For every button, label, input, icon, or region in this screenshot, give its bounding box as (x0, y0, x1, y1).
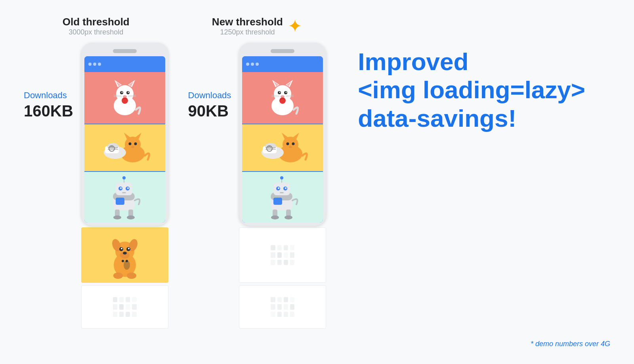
new-phone-body (239, 43, 326, 226)
svg-point-9 (128, 92, 129, 93)
new-downloads-label: Downloads (188, 90, 231, 101)
dot-1 (88, 63, 92, 66)
svg-rect-90 (273, 183, 290, 195)
cat-illustration (105, 76, 145, 120)
old-spinner (113, 297, 137, 317)
new-spinner-2 (271, 297, 294, 317)
yellow-dog-illustration (99, 231, 151, 279)
new-robot-image (242, 171, 323, 223)
new-dot-1 (246, 63, 249, 66)
old-dog-shoe-image (84, 124, 165, 171)
svg-rect-96 (273, 198, 282, 205)
dot-3 (98, 63, 101, 66)
new-threshold-block: New threshold 1250px threshold ✦ Downloa… (188, 16, 327, 329)
new-phone-header (242, 56, 323, 72)
new-threshold-subtitle: 1250px threshold (212, 28, 283, 36)
new-cat-image (242, 72, 323, 124)
svg-rect-31 (116, 183, 132, 195)
new-robot-illustration (257, 175, 308, 220)
old-phone-notch (113, 49, 137, 53)
old-phone-and-stats: Downloads 160KB (24, 43, 168, 329)
old-threshold-subtitle: 3000px threshold (63, 28, 130, 36)
old-below-fold (81, 227, 168, 329)
svg-point-43 (122, 176, 126, 179)
old-phone-body (81, 43, 168, 226)
improved-heading: Improved <img loading=lazy> data-savings… (358, 48, 610, 132)
svg-point-49 (123, 252, 127, 255)
new-phone-screen (242, 56, 323, 223)
new-loading-1 (239, 227, 326, 283)
old-downloads-size: 160KB (24, 102, 73, 120)
new-loading-2 (239, 285, 326, 329)
svg-rect-36 (122, 192, 126, 193)
new-download-info: Downloads 90KB (188, 43, 231, 120)
new-spinner-1 (271, 245, 294, 265)
svg-point-94 (285, 187, 286, 189)
new-threshold-title-area: New threshold 1250px threshold ✦ (212, 16, 302, 36)
svg-point-55 (127, 273, 136, 279)
svg-point-58 (124, 260, 130, 270)
new-header-dots (246, 63, 259, 66)
new-dot-3 (256, 63, 259, 66)
svg-rect-95 (280, 192, 284, 193)
dog-shoe-illustration (97, 128, 153, 168)
new-below-fold (239, 227, 326, 329)
svg-point-76 (283, 137, 298, 152)
new-phone-notch (271, 49, 294, 53)
svg-point-8 (121, 92, 122, 93)
dot-2 (93, 63, 96, 66)
svg-point-99 (271, 215, 279, 219)
svg-point-34 (120, 187, 122, 189)
new-threshold-title: New threshold (212, 16, 283, 28)
old-threshold-title-area: Old threshold 3000px threshold (63, 16, 130, 36)
svg-point-100 (285, 215, 292, 219)
svg-point-56 (122, 260, 124, 262)
svg-rect-37 (116, 198, 124, 205)
old-cat-image (84, 72, 165, 124)
svg-point-41 (127, 215, 135, 219)
svg-point-68 (286, 92, 287, 93)
old-download-info: Downloads 160KB (24, 43, 73, 120)
new-dog-shoe-image (242, 124, 323, 171)
svg-point-80 (292, 143, 295, 145)
old-header-dots (88, 63, 101, 66)
new-dot-2 (251, 63, 254, 66)
main-container: Old threshold 3000px threshold Downloads… (0, 0, 634, 364)
svg-point-52 (121, 248, 122, 250)
old-phone-frame (81, 43, 168, 329)
svg-point-102 (280, 176, 283, 179)
demo-note: * demo numbers over 4G (531, 340, 610, 348)
robot-illustration (99, 175, 151, 220)
new-phone-and-stats: Downloads 90KB (188, 43, 327, 329)
svg-point-81 (289, 146, 292, 148)
old-threshold-block: Old threshold 3000px threshold Downloads… (24, 16, 168, 329)
sparkle-icon: ✦ (288, 17, 302, 35)
old-phone-header (84, 56, 165, 72)
old-threshold-title: Old threshold (63, 16, 130, 28)
svg-point-22 (131, 146, 134, 148)
new-dog-shoe-illustration (255, 128, 310, 168)
old-robot-image (84, 171, 165, 223)
svg-point-21 (134, 143, 137, 145)
description-section: Improved <img loading=lazy> data-savings… (358, 16, 610, 136)
new-downloads-size: 90KB (188, 102, 229, 120)
svg-point-93 (278, 187, 279, 189)
old-phone-screen (84, 56, 165, 223)
svg-point-53 (128, 248, 130, 250)
svg-point-67 (279, 92, 281, 93)
new-phone-frame (239, 43, 326, 329)
old-loading-image (81, 285, 168, 329)
svg-point-40 (113, 215, 121, 219)
svg-point-79 (286, 143, 289, 145)
old-yellow-dog-image (81, 227, 168, 283)
svg-point-54 (113, 273, 123, 279)
svg-point-20 (128, 143, 131, 145)
old-downloads-label: Downloads (24, 90, 67, 101)
svg-point-17 (125, 137, 141, 152)
svg-point-35 (127, 187, 129, 189)
new-cat-illustration (263, 76, 302, 120)
